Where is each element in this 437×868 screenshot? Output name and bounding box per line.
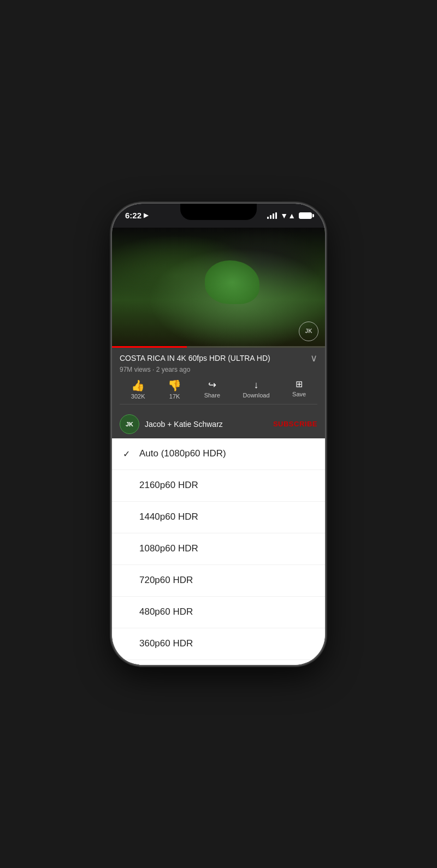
save-icon: ⊞ [296, 380, 303, 389]
quality-label-480: 480p60 HDR [139, 607, 193, 617]
share-label: Share [204, 392, 220, 399]
check-icon: ✓ [123, 449, 139, 459]
status-bar: 6:22 ▶ ▼▲ [112, 204, 325, 228]
quality-label-auto: Auto (1080p60 HDR) [139, 448, 226, 459]
location-icon: ▶ [144, 212, 148, 219]
quality-label-360: 360p60 HDR [139, 638, 193, 649]
like-count: 302K [131, 393, 145, 400]
video-progress-fill [112, 346, 187, 348]
status-time: 6:22 ▶ [125, 211, 148, 220]
quality-option-1440[interactable]: 1440p60 HDR [112, 502, 325, 533]
quality-label-2160: 2160p60 HDR [139, 480, 198, 491]
action-buttons-row: 👍 302K 👎 17K ↪ Share ↓ Download ⊞ Sa [120, 373, 317, 405]
channel-watermark: JK [299, 322, 318, 341]
dislike-count: 17K [169, 393, 180, 400]
like-icon: 👍 [131, 380, 145, 391]
quality-option-480[interactable]: 480p60 HDR [112, 597, 325, 628]
expand-chevron-icon[interactable]: ∨ [310, 352, 317, 364]
video-meta: 97M views · 2 years ago [120, 366, 317, 373]
phone-screen: 6:22 ▶ ▼▲ JK [112, 204, 325, 665]
quality-option-360[interactable]: 360p60 HDR [112, 628, 325, 660]
notch [180, 204, 257, 220]
download-button[interactable]: ↓ Download [243, 380, 270, 400]
save-label: Save [292, 391, 306, 397]
video-title-row: COSTA RICA IN 4K 60fps HDR (ULTRA HD) ∨ [120, 353, 317, 364]
video-title: COSTA RICA IN 4K 60fps HDR (ULTRA HD) [120, 353, 306, 363]
quality-list: ✓ Auto (1080p60 HDR) 2160p60 HDR 1440p60… [112, 438, 325, 665]
avatar[interactable]: JK [120, 414, 139, 434]
quality-sheet: ✓ Auto (1080p60 HDR) 2160p60 HDR 1440p60… [112, 438, 325, 665]
channel-name[interactable]: Jacob + Katie Schwarz [145, 420, 273, 429]
quality-label-1080: 1080p60 HDR [139, 543, 198, 554]
dislike-icon: 👎 [168, 380, 181, 391]
dislike-button[interactable]: 👎 17K [168, 380, 181, 400]
time-display: 6:22 [125, 211, 141, 220]
quality-label-1440: 1440p60 HDR [139, 512, 198, 522]
quality-option-240[interactable]: 240p60 HDR [112, 660, 325, 665]
battery-icon [299, 212, 312, 219]
quality-label-720: 720p60 HDR [139, 575, 193, 586]
channel-row: JK Jacob + Katie Schwarz SUBSCRIBE [112, 410, 325, 438]
phone-frame: 6:22 ▶ ▼▲ JK [112, 204, 325, 665]
quality-option-720[interactable]: 720p60 HDR [112, 565, 325, 597]
video-thumbnail[interactable]: JK [112, 228, 325, 348]
quality-option-2160[interactable]: 2160p60 HDR [112, 470, 325, 502]
download-icon: ↓ [254, 380, 259, 390]
wifi-icon: ▼▲ [280, 211, 296, 220]
quality-option-1080[interactable]: 1080p60 HDR [112, 533, 325, 565]
video-info-panel: COSTA RICA IN 4K 60fps HDR (ULTRA HD) ∨ … [112, 348, 325, 410]
share-icon: ↪ [208, 380, 216, 390]
video-progress-bar[interactable] [112, 346, 325, 348]
status-icons: ▼▲ [267, 211, 312, 220]
signal-icon [267, 212, 277, 219]
quality-option-auto[interactable]: ✓ Auto (1080p60 HDR) [112, 438, 325, 470]
subscribe-button[interactable]: SUBSCRIBE [273, 420, 317, 428]
download-label: Download [243, 392, 270, 399]
save-button[interactable]: ⊞ Save [292, 380, 306, 400]
share-button[interactable]: ↪ Share [204, 380, 220, 400]
like-button[interactable]: 👍 302K [131, 380, 145, 400]
